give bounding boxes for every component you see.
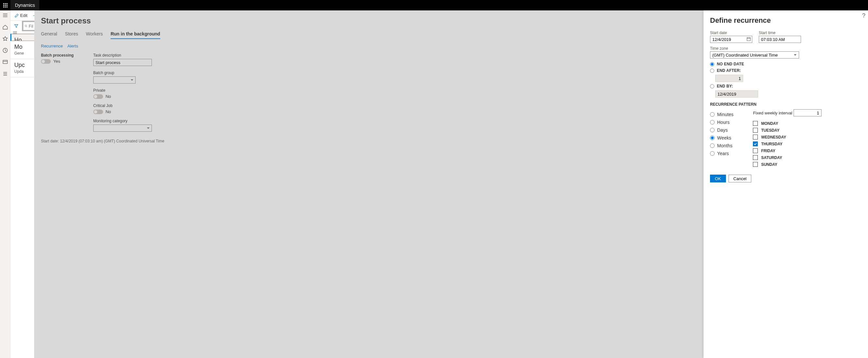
ok-button[interactable]: OK (710, 175, 726, 182)
unit-months-radio[interactable] (710, 143, 715, 148)
unit-days-radio[interactable] (710, 128, 715, 132)
funnel-icon (14, 24, 19, 28)
top-bar: Dynamics (0, 0, 868, 10)
tab-stores[interactable]: Stores (65, 31, 78, 39)
unit-years-label: Years (717, 151, 729, 156)
wednesday-label: WEDNESDAY (761, 135, 786, 140)
unit-minutes-label: Minutes (717, 112, 734, 117)
list-item-subtitle: Gene (14, 51, 32, 56)
list-handle-icon[interactable] (10, 31, 34, 34)
unit-hours-radio[interactable] (710, 120, 715, 124)
tab-general[interactable]: General (41, 31, 57, 39)
list-item-title: Mo (14, 43, 32, 51)
interval-input[interactable] (794, 109, 822, 116)
edit-button[interactable]: Edit (12, 12, 29, 19)
no-end-date-radio[interactable] (710, 62, 714, 66)
record-list: Ho Prep Mo Gene Upc Upda (10, 31, 34, 358)
unit-hours-label: Hours (717, 120, 730, 125)
unit-months-label: Months (717, 143, 733, 148)
tuesday-label: TUESDAY (761, 128, 779, 133)
task-description-label: Task description (93, 53, 152, 58)
list-item[interactable]: Ho Prep (10, 34, 34, 41)
subtab-recurrence[interactable]: Recurrence (41, 43, 63, 49)
list-item-title: Ho (14, 37, 34, 41)
home-icon[interactable] (2, 24, 8, 30)
unit-days-label: Days (717, 127, 728, 133)
private-label: Private (93, 88, 152, 93)
svg-point-2 (25, 25, 27, 27)
saturday-label: SATURDAY (761, 155, 782, 160)
wednesday-checkbox[interactable] (753, 135, 758, 140)
task-description-input[interactable] (93, 59, 152, 66)
modules-icon[interactable] (2, 71, 8, 77)
start-date-label: Start date (710, 31, 752, 35)
batch-processing-toggle[interactable] (41, 59, 51, 64)
timezone-label: Time zone (710, 46, 862, 51)
app-name: Dynamics (10, 0, 39, 10)
tab-run-background[interactable]: Run in the background (111, 31, 160, 39)
interval-label: Fixed weekly interval (753, 111, 792, 115)
monday-label: MONDAY (761, 121, 778, 126)
hamburger-icon[interactable] (2, 12, 8, 18)
critical-label: Critical Job (93, 103, 152, 108)
pencil-icon (14, 13, 19, 18)
no-end-date-label: NO END DATE (717, 62, 744, 66)
tab-workers[interactable]: Workers (86, 31, 103, 39)
list-item[interactable]: Upc Upda (10, 59, 34, 78)
timezone-select[interactable] (710, 51, 799, 59)
unit-weeks-label: Weeks (717, 135, 732, 141)
monitoring-label: Monitoring category (93, 119, 152, 123)
private-value: No (106, 94, 111, 99)
tab-strip: General Stores Workers Run in the backgr… (41, 31, 697, 39)
saturday-checkbox[interactable] (753, 155, 758, 160)
start-time-label: Start time (759, 31, 801, 35)
end-after-label: END AFTER: (717, 68, 741, 73)
end-by-radio[interactable] (710, 84, 714, 88)
batch-group-label: Batch group (93, 70, 152, 75)
unit-minutes-radio[interactable] (710, 112, 715, 117)
filter-button[interactable] (10, 21, 22, 31)
batch-processing-value: Yes (53, 59, 60, 64)
unit-years-radio[interactable] (710, 151, 715, 156)
edit-label: Edit (20, 13, 27, 18)
end-by-input (715, 90, 758, 97)
critical-toggle[interactable] (93, 110, 103, 114)
friday-checkbox[interactable] (753, 148, 758, 153)
workspace-icon[interactable] (2, 59, 8, 65)
pattern-header: RECURRENCE PATTERN (710, 102, 862, 107)
critical-value: No (106, 109, 111, 114)
start-date-line: Start date: 12/4/2019 (07:03:10 am) (GMT… (41, 139, 697, 143)
private-toggle[interactable] (93, 94, 103, 99)
thursday-label: THURSDAY (761, 142, 782, 146)
define-recurrence-panel: ? Define recurrence Start date Start tim… (704, 10, 868, 358)
sunday-label: SUNDAY (761, 162, 777, 167)
batch-processing-label: Batch processing (41, 53, 74, 58)
page-title: Start process (41, 16, 697, 25)
start-time-input[interactable] (759, 36, 801, 43)
batch-group-select[interactable] (93, 77, 135, 84)
start-date-input[interactable] (710, 36, 752, 43)
thursday-checkbox[interactable] (753, 142, 758, 146)
end-after-radio[interactable] (710, 69, 714, 73)
end-after-input (715, 75, 743, 82)
panel-title: Define recurrence (710, 16, 862, 25)
sunday-checkbox[interactable] (753, 162, 758, 167)
search-icon (25, 24, 27, 28)
help-icon[interactable]: ? (862, 12, 865, 19)
recent-icon[interactable] (2, 48, 8, 53)
end-by-label: END BY: (717, 84, 733, 88)
app-launcher-icon[interactable] (0, 0, 10, 10)
friday-label: FRIDAY (761, 149, 775, 153)
star-icon[interactable] (2, 36, 8, 41)
list-item[interactable]: Mo Gene (10, 41, 34, 59)
subtab-alerts[interactable]: Alerts (67, 43, 78, 49)
tuesday-checkbox[interactable] (753, 128, 758, 133)
list-item-subtitle: Upda (14, 69, 32, 74)
monday-checkbox[interactable] (753, 121, 758, 126)
svg-rect-1 (3, 60, 7, 63)
cancel-button[interactable]: Cancel (728, 175, 751, 182)
left-nav-rail (0, 10, 10, 358)
list-item-title: Upc (14, 62, 32, 69)
unit-weeks-radio[interactable] (710, 136, 715, 140)
monitoring-select[interactable] (93, 124, 152, 132)
